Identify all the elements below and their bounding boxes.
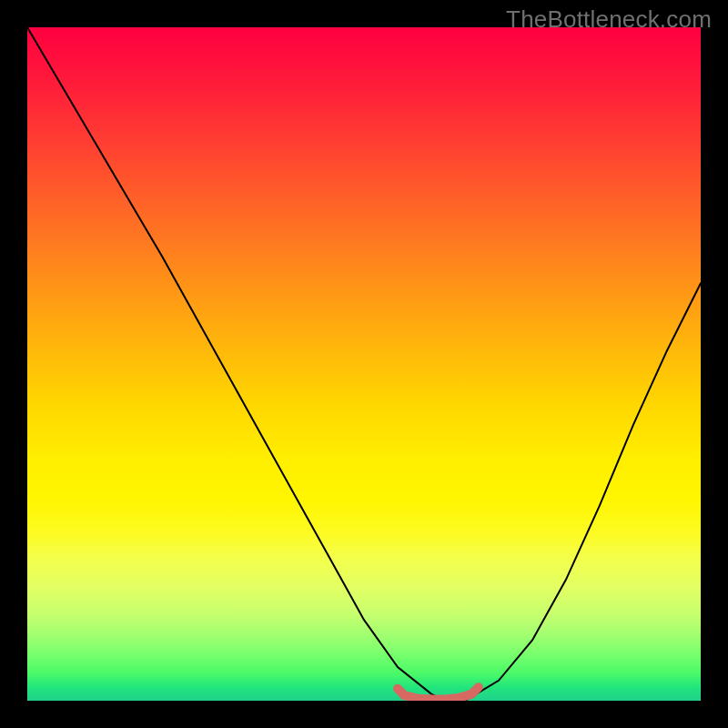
bottleneck-curve [27,27,701,701]
watermark-text: TheBottleneck.com [506,5,712,34]
chart-frame: TheBottleneck.com [0,0,728,728]
plot-area [27,27,701,701]
curve-layer [27,27,701,701]
valley-marker [398,687,479,699]
